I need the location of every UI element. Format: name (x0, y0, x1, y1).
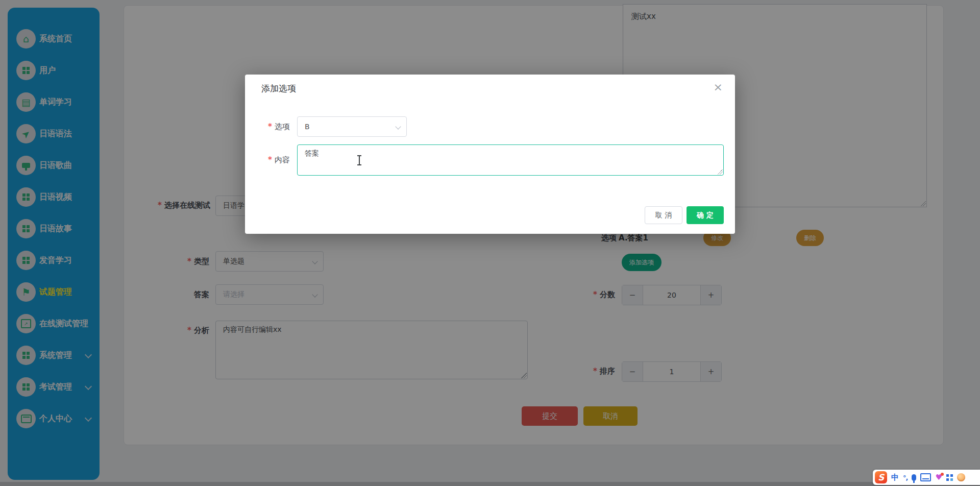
skin-icon[interactable]: ♥ (935, 474, 942, 481)
emoji-icon[interactable] (957, 473, 965, 481)
dialog-title: 添加选项 (261, 83, 296, 94)
resize-grip-icon[interactable] (717, 169, 723, 175)
chevron-down-icon (395, 124, 401, 129)
microphone-icon[interactable] (912, 474, 916, 481)
dialog-option-select[interactable]: B (297, 116, 407, 137)
close-icon[interactable]: × (714, 82, 723, 93)
add-option-dialog: 添加选项 × 选项 B 内容 答案 取 消 确 定 (245, 75, 735, 234)
toolbox-icon[interactable] (946, 474, 953, 481)
dialog-cancel-button[interactable]: 取 消 (645, 206, 682, 224)
modal-overlay (0, 0, 980, 486)
dialog-content-label: 内容 (255, 155, 290, 165)
dialog-confirm-button[interactable]: 确 定 (687, 206, 724, 224)
ime-toolbar: S 中 °, ♥ (873, 470, 980, 485)
keyboard-icon[interactable] (920, 473, 931, 481)
text-cursor-icon (359, 156, 360, 164)
dialog-content-textarea[interactable]: 答案 (297, 144, 724, 176)
ime-punctuation-toggle[interactable]: °, (903, 474, 908, 481)
dialog-content-value: 答案 (305, 149, 319, 157)
dialog-option-select-value: B (305, 123, 310, 131)
sogou-logo-icon[interactable]: S (875, 471, 887, 483)
ime-language-toggle[interactable]: 中 (891, 473, 899, 482)
dialog-option-label: 选项 (255, 122, 290, 132)
app-root: ⌂ 系统首页 用户 ▤ 单词学习 ➤ 日语语法 日语歌曲 日语视频 日语故事 (0, 0, 980, 486)
